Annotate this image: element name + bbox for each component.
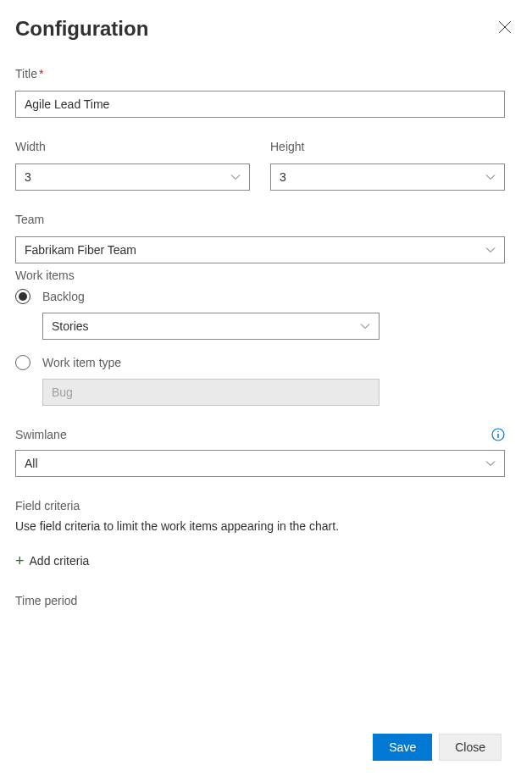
- time-period-label: Time period: [15, 594, 505, 607]
- work-item-type-radio-label: Work item type: [42, 356, 121, 369]
- chevron-down-icon: [485, 458, 496, 468]
- swimlane-select[interactable]: All: [15, 450, 505, 477]
- swimlane-label: Swimlane: [15, 428, 67, 441]
- close-footer-button[interactable]: Close: [439, 734, 502, 761]
- swimlane-value: All: [25, 457, 38, 470]
- add-criteria-label: Add criteria: [30, 554, 90, 568]
- work-item-type-select: Bug: [42, 379, 380, 406]
- field-criteria-description: Use field criteria to limit the work ite…: [15, 519, 505, 533]
- title-label: Title*: [15, 67, 505, 80]
- field-criteria-label: Field criteria: [15, 499, 505, 513]
- add-criteria-button[interactable]: + Add criteria: [15, 550, 89, 572]
- height-select[interactable]: 3: [270, 164, 505, 191]
- svg-point-4: [497, 431, 499, 433]
- work-items-label: Work items: [15, 269, 505, 282]
- width-value: 3: [25, 170, 31, 184]
- team-value: Fabrikam Fiber Team: [25, 243, 136, 257]
- required-asterisk: *: [39, 67, 43, 80]
- backlog-radio[interactable]: [15, 289, 30, 304]
- work-item-type-radio[interactable]: [15, 355, 30, 370]
- close-button[interactable]: [493, 15, 517, 42]
- work-item-type-value: Bug: [52, 385, 73, 399]
- chevron-down-icon: [230, 172, 241, 182]
- team-label: Team: [15, 213, 505, 226]
- plus-icon: +: [15, 553, 25, 568]
- chevron-down-icon: [485, 245, 496, 255]
- height-value: 3: [280, 170, 286, 184]
- width-select[interactable]: 3: [15, 164, 250, 191]
- backlog-select[interactable]: Stories: [42, 313, 380, 340]
- title-input[interactable]: [15, 91, 505, 118]
- chevron-down-icon: [485, 172, 496, 182]
- backlog-value: Stories: [52, 319, 89, 333]
- chevron-down-icon: [360, 321, 370, 331]
- team-select[interactable]: Fabrikam Fiber Team: [15, 236, 505, 263]
- save-button[interactable]: Save: [373, 734, 432, 761]
- info-icon[interactable]: [491, 428, 505, 441]
- width-label: Width: [15, 140, 250, 153]
- height-label: Height: [270, 140, 505, 153]
- panel-title: Configuration: [15, 17, 148, 41]
- backlog-radio-label: Backlog: [42, 290, 85, 303]
- close-icon: [498, 20, 512, 36]
